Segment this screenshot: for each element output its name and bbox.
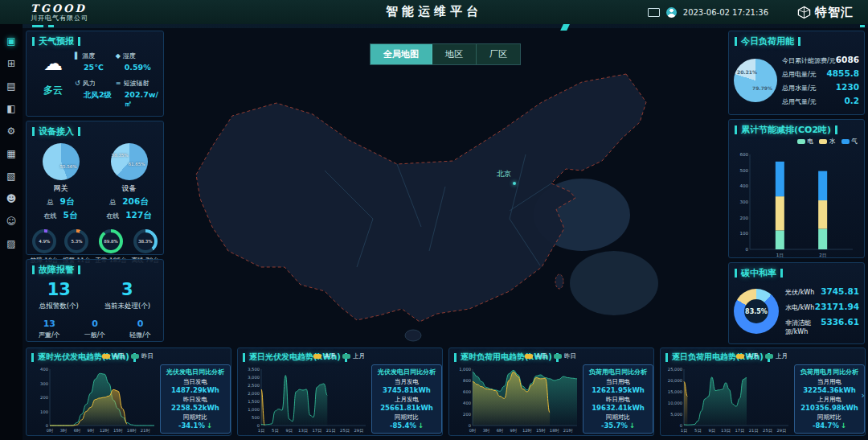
chart-legend: 本月上月 [736, 352, 788, 360]
carbon-row-value: 23171.94 [815, 302, 859, 311]
svg-text:12时: 12时 [100, 428, 110, 433]
apps-icon[interactable]: ⊞ [7, 58, 15, 69]
report-icon[interactable]: ▤ [6, 80, 15, 92]
legend-item: 今日 [102, 352, 125, 360]
analysis-label: 同期对比 [374, 413, 440, 421]
chart-legend: 今日昨日 [102, 352, 154, 360]
svg-text:15,000: 15,000 [668, 389, 682, 394]
metric-label: ▌温度 [75, 51, 116, 60]
thermometer-icon: ▌ [75, 52, 80, 60]
alarm-total: 13 总报警数(个) [39, 280, 79, 311]
ring-chart: 4.9% [32, 229, 56, 253]
dashboard: TGOOD 川开电气有限公司 智能运维平台 2023-06-02 17:21:3… [0, 0, 868, 440]
svg-text:10,000: 10,000 [668, 401, 682, 405]
carousel-next-icon[interactable]: › [862, 390, 865, 401]
analysis-value: 1487.29kWh [162, 386, 228, 394]
header-decoration [0, 24, 868, 28]
panel-title: 天气预报 [27, 31, 163, 50]
svg-text:17日: 17日 [312, 428, 321, 433]
legend-label: 今日 [113, 352, 125, 360]
layers-icon[interactable]: ▧ [6, 171, 15, 182]
svg-text:400: 400 [740, 183, 749, 188]
carbon-row-value: 3745.81 [821, 286, 859, 296]
svg-text:600: 600 [740, 152, 749, 157]
device-pie-chart: 55.56% [43, 143, 80, 180]
svg-text:300: 300 [40, 381, 48, 386]
trend-chart-wrap: 02004006008001,0000时3时6时9时12时15时18时21时 [452, 364, 581, 437]
gauge-row-value: 5台 [63, 210, 78, 221]
energy-row-value: 0.2 [844, 96, 859, 105]
gauge-name: 设备 [98, 183, 161, 194]
analysis-title: 负荷用电日同比分析 [585, 368, 651, 376]
ring-chart: 38.3% [133, 229, 158, 253]
legend-swatch-icon [797, 139, 805, 144]
metric-value: 0.59% [116, 63, 158, 72]
map-tab-厂区[interactable]: 厂区 [477, 44, 520, 64]
svg-text:1,000: 1,000 [459, 367, 471, 372]
ring-percent: 4.9% [35, 232, 53, 250]
trend-panel: 逐日光伏发电趋势(kWh)本月上月05001,0001,5002,0002,50… [237, 347, 443, 436]
legend-label: 今日 [535, 352, 547, 360]
settings-gear-icon[interactable]: ⚙ [7, 125, 16, 137]
legend-label: 上月 [776, 352, 788, 360]
alarm-level-value: 13 [39, 319, 60, 329]
energy-rows: 今日累计能源费/元6086总用电量/元4855.8总用水量/元1230总用气量/… [782, 51, 859, 109]
metric-label: ◆湿度 [116, 51, 158, 60]
trend-chart: 05001,0001,5002,0002,5003,0003,5001日5日9日… [241, 364, 370, 434]
svg-text:1日: 1日 [258, 428, 265, 433]
energy-row: 总用电量/元4855.8 [782, 68, 859, 79]
energy-row: 今日累计能源费/元6086 [782, 55, 859, 65]
server-icon[interactable]: ▦ [6, 148, 15, 159]
log-file-icon[interactable]: ▨ [6, 238, 15, 249]
energy-body: 20.21%79.79% 今日累计能源费/元6086总用电量/元4855.8总用… [729, 50, 864, 111]
trend-body: 02004006008001,0000时3时6时9时12时15时18时21时负荷… [449, 364, 653, 437]
analysis-title: 光伏发电日同比分析 [162, 368, 228, 376]
alarm-pending-label: 当前未处理(个) [104, 302, 151, 311]
svg-text:200: 200 [740, 216, 749, 220]
legend-swatch-icon [554, 354, 562, 359]
legend-label: 电 [808, 138, 814, 146]
device-gauge: 38.35%61.65%设备总206台在线127台 [98, 143, 161, 221]
admin-user-icon[interactable]: ☺ [6, 216, 17, 227]
legend-label: 本月 [324, 352, 336, 360]
svg-text:800: 800 [463, 378, 471, 383]
svg-text:25日: 25日 [763, 428, 772, 433]
gauge-row-value: 127台 [125, 210, 151, 221]
map-tab-地区[interactable]: 地区 [432, 44, 477, 64]
panel-title: 设备接入 [27, 121, 163, 140]
gauge-row-label: 总 [47, 198, 54, 207]
svg-text:9时: 9时 [510, 428, 518, 433]
device-gauge: 55.56%网关总9台在线5台 [30, 143, 92, 221]
panel-title: 碳中和率 [729, 263, 864, 282]
legend-label: 水 [829, 138, 836, 146]
trend-panel: 逐日负荷用电趋势(kWh)本月上月05,00010,00015,00020,00… [660, 347, 866, 436]
analysis-value: 32254.36kWh [796, 386, 862, 394]
alarm-pending-value: 3 [104, 280, 151, 299]
device-box-icon[interactable]: ◧ [6, 103, 15, 114]
arrow-down-icon: ↓ [207, 421, 212, 430]
analysis-value: -34.1%↓ [162, 421, 228, 430]
svg-text:5日: 5日 [272, 428, 279, 433]
svg-text:100: 100 [740, 231, 749, 236]
energy-row: 总用气量/元0.2 [782, 96, 859, 106]
analysis-value: 19632.41kWh [585, 404, 651, 412]
co2-stacked-bars: 01002003004005006001日2日 [732, 150, 858, 259]
svg-text:20,000: 20,000 [668, 378, 682, 383]
screen-icon[interactable] [648, 8, 660, 17]
carbon-donut-chart: 83.5% [734, 289, 779, 334]
dashboard-icon[interactable]: ▣ [6, 35, 15, 47]
svg-text:17日: 17日 [735, 428, 744, 433]
co2-bar-chart: 01002003004005006001日2日 [729, 138, 864, 262]
legend-swatch-icon [313, 354, 321, 359]
svg-text:200: 200 [40, 395, 48, 400]
city-label-beijing[interactable]: 北京 [497, 169, 511, 179]
svg-text:6时: 6时 [497, 428, 504, 433]
map-tab-全局地图[interactable]: 全局地图 [371, 44, 432, 64]
legend-item: 上月 [342, 352, 365, 360]
gauge-row-label: 在线 [44, 212, 57, 220]
user-icon[interactable]: ☻ [6, 193, 17, 204]
trend-chart: 01002003004000时3时6时9时12时15时18时21时 [30, 364, 158, 434]
china-map[interactable] [164, 26, 727, 346]
avatar-icon[interactable] [666, 7, 677, 18]
svg-text:1日: 1日 [776, 253, 784, 258]
